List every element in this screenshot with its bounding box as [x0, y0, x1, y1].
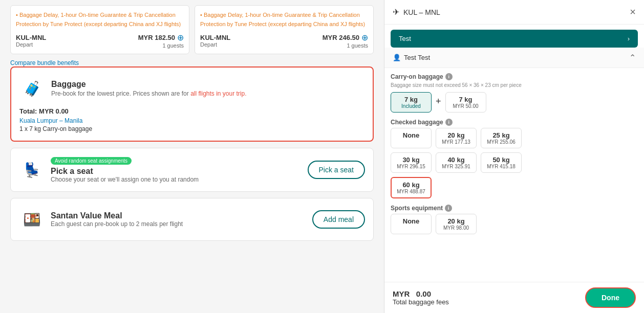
- checked-option-60[interactable]: 60 kg MYR 488.87: [391, 177, 432, 198]
- done-button[interactable]: Done: [585, 287, 636, 308]
- close-button[interactable]: ×: [630, 6, 636, 18]
- seat-left: 💺 Avoid random seat assignments Pick a s…: [19, 156, 199, 183]
- checked-options-row1: None 20 kg MYR 177.13 25 kg MYR 255.06: [391, 128, 638, 148]
- flight-route: ✈ KUL – MNL: [393, 7, 440, 17]
- test-tab[interactable]: Test ›: [391, 30, 638, 48]
- right-panel: ✈ KUL – MNL × Test › 👤 Test Test ⌃ Carry…: [384, 0, 644, 313]
- bundle-card-2-add[interactable]: ⊕: [361, 33, 368, 42]
- total-amount: 0.00: [416, 289, 431, 298]
- checked-price-60: MYR 488.87: [397, 189, 425, 194]
- meal-card: 🍱 Santan Value Meal Each guest can pre-b…: [10, 198, 374, 241]
- carry-on-label-0: Included: [396, 103, 426, 109]
- baggage-footer: Total: MYR 0.00 Kuala Lumpur – Manila 1 …: [19, 107, 364, 132]
- sports-option-20[interactable]: 20 kg MYR 98.00: [436, 214, 477, 234]
- checked-option-40[interactable]: 40 kg MYR 325.91: [436, 152, 477, 173]
- seat-title: Pick a seat: [51, 167, 199, 176]
- meal-left: 🍱 Santan Value Meal Each guest can pre-b…: [19, 207, 183, 232]
- sports-weight-20: 20 kg: [441, 217, 471, 225]
- baggage-route: Kuala Lumpur – Manila: [19, 117, 364, 124]
- checked-weight-none: None: [396, 131, 426, 139]
- checked-weight-30: 30 kg: [396, 156, 426, 164]
- checked-price-20: MYR 177.13: [441, 139, 471, 145]
- passenger-row[interactable]: 👤 Test Test ⌃: [384, 48, 644, 68]
- checked-price-30: MYR 296.15: [396, 164, 426, 169]
- carry-on-weight-0: 7 kg: [396, 96, 426, 103]
- sports-title: Sports equipment: [391, 205, 443, 212]
- bundle-card-1: • Baggage Delay, 1-hour On-time Guarante…: [10, 5, 189, 54]
- bundle-card-2-bullets: • Baggage Delay, 1-hour On-time Guarante…: [200, 11, 368, 29]
- sports-price-20: MYR 98.00: [441, 225, 471, 231]
- checked-options-row2: 30 kg MYR 296.15 40 kg MYR 325.91 50 kg …: [391, 152, 638, 173]
- checked-weight-60: 60 kg: [397, 181, 425, 189]
- pick-seat-button[interactable]: Pick a seat: [308, 161, 365, 179]
- baggage-header: 🧳 Baggage Pre-book for the lowest price.…: [19, 76, 364, 101]
- bundle-card-2-route: KUL-MNL: [200, 34, 230, 41]
- checked-price-25: MYR 255.06: [486, 139, 516, 145]
- flight-icon: ✈: [393, 7, 399, 17]
- total-fees: MYR 0.00 Total baggage fees: [393, 289, 449, 306]
- carry-on-options: 7 kg Included + 7 kg MYR 50.00: [391, 92, 638, 113]
- checked-option-25[interactable]: 25 kg MYR 255.06: [481, 128, 522, 148]
- seat-card: 💺 Avoid random seat assignments Pick a s…: [10, 148, 374, 192]
- bundle-card-1-price: MYR 182.50: [138, 34, 175, 41]
- total-currency: MYR: [393, 289, 410, 298]
- carry-on-weight-1: 7 kg: [451, 96, 481, 103]
- baggage-card: 🧳 Baggage Pre-book for the lowest price.…: [10, 66, 374, 142]
- seat-icon: 💺: [19, 157, 45, 183]
- bundle-card-1-depart: Depart: [16, 41, 46, 48]
- bundle-card-1-add[interactable]: ⊕: [177, 33, 184, 42]
- checked-option-30[interactable]: 30 kg MYR 296.15: [391, 152, 432, 173]
- baggage-title: Baggage: [51, 80, 247, 89]
- bundle-card-1-route: KUL-MNL: [16, 34, 46, 41]
- flight-route-text: KUL – MNL: [403, 8, 440, 16]
- checked-weight-20: 20 kg: [441, 131, 471, 139]
- baggage-subtitle: Pre-book for the lowest price. Prices sh…: [51, 90, 247, 97]
- carry-on-plus-separator: +: [436, 92, 441, 107]
- test-tab-chevron-icon: ›: [628, 35, 630, 42]
- meal-title: Santan Value Meal: [51, 211, 183, 220]
- bundle-cards: • Baggage Delay, 1-hour On-time Guarante…: [10, 5, 374, 54]
- left-panel: • Baggage Delay, 1-hour On-time Guarante…: [0, 0, 384, 313]
- total-label: Total baggage fees: [393, 298, 449, 306]
- checked-title-row: Checked baggage i: [391, 119, 638, 126]
- checked-weight-50: 50 kg: [486, 156, 516, 164]
- compare-link[interactable]: Compare bundle benefits: [10, 59, 374, 66]
- bottom-bar: MYR 0.00 Total baggage fees Done: [384, 282, 644, 313]
- carry-on-info-icon[interactable]: i: [445, 73, 453, 80]
- test-tab-label: Test: [399, 35, 411, 42]
- add-meal-button[interactable]: Add meal: [312, 210, 365, 229]
- sports-info-icon[interactable]: i: [445, 205, 452, 212]
- baggage-panel: Carry-on baggage i Baggage size must not…: [384, 68, 644, 313]
- bundle-card-2-guests: 1 guests: [323, 42, 368, 49]
- checked-options-row3: 60 kg MYR 488.87: [391, 177, 638, 198]
- baggage-carry-on: 1 x 7 kg Carry-on baggage: [19, 125, 364, 132]
- sports-options: None 20 kg MYR 98.00: [391, 214, 638, 234]
- meal-subtitle: Each guest can pre-book up to 2 meals pe…: [51, 220, 183, 228]
- sports-weight-none: None: [396, 217, 426, 225]
- carry-on-price-1: MYR 50.00: [451, 103, 481, 109]
- checked-option-none[interactable]: None: [391, 128, 432, 148]
- baggage-icon: 🧳: [19, 76, 45, 101]
- baggage-wrapper: 🧳 Baggage Pre-book for the lowest price.…: [10, 66, 374, 142]
- right-header: ✈ KUL – MNL ×: [384, 0, 644, 25]
- collapse-icon[interactable]: ⌃: [629, 53, 636, 62]
- carry-on-option-1[interactable]: 7 kg MYR 50.00: [445, 92, 486, 113]
- carry-on-title: Carry-on baggage: [391, 73, 443, 80]
- sports-title-row: Sports equipment i: [391, 205, 638, 212]
- checked-price-40: MYR 325.91: [441, 164, 471, 169]
- passenger-name: 👤 Test Test: [393, 54, 430, 61]
- avoid-badge: Avoid random seat assignments: [51, 157, 132, 165]
- carry-on-size-note: Baggage size must not exceed 56 × 36 × 2…: [391, 82, 638, 88]
- carry-on-option-0[interactable]: 7 kg Included: [391, 92, 432, 113]
- bundle-card-1-guests: 1 guests: [138, 42, 184, 49]
- baggage-total: Total: MYR 0.00: [19, 107, 364, 115]
- checked-option-20[interactable]: 20 kg MYR 177.13: [436, 128, 477, 148]
- sports-option-none[interactable]: None: [391, 214, 432, 234]
- seat-subtitle: Choose your seat or we'll assign one to …: [51, 176, 199, 183]
- meal-section: 🍱 Santan Value Meal Each guest can pre-b…: [19, 207, 365, 232]
- checked-title: Checked baggage: [391, 119, 443, 126]
- bundle-card-2-price: MYR 246.50: [323, 34, 359, 41]
- checked-info-icon[interactable]: i: [445, 119, 453, 126]
- meal-icon: 🍱: [19, 207, 45, 232]
- checked-option-50[interactable]: 50 kg MYR 415.18: [481, 152, 522, 173]
